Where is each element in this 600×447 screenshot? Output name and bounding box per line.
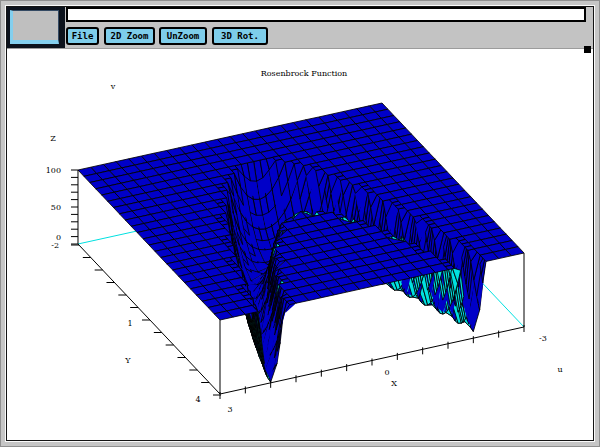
x-tick-neg3: -3 bbox=[539, 334, 547, 343]
plot-title: Rosenbrock Function bbox=[261, 69, 348, 78]
message-bar bbox=[66, 7, 586, 22]
menu-button-unzoom[interactable]: UnZoom bbox=[159, 27, 207, 45]
y-tick-neg2: -2 bbox=[51, 241, 59, 250]
surface-plot: Rosenbrock FunctionZ100500-214Y30-3Xvu bbox=[7, 7, 594, 441]
menu-button-file[interactable]: File bbox=[66, 27, 99, 45]
menu-button-2d-zoom[interactable]: 2D Zoom bbox=[104, 27, 155, 45]
y-tick-4: 4 bbox=[195, 395, 200, 404]
z-tick-50: 50 bbox=[51, 203, 61, 212]
window-content: Rosenbrock FunctionZ100500-214Y30-3Xvu F… bbox=[6, 6, 594, 441]
x-axis-label: X bbox=[391, 379, 397, 388]
z-axis-label: Z bbox=[50, 134, 56, 143]
graphics-window: Rosenbrock FunctionZ100500-214Y30-3Xvu F… bbox=[0, 0, 600, 447]
y-tick-1: 1 bbox=[127, 319, 132, 328]
y-axis-label: Y bbox=[124, 356, 131, 365]
x-tick-0: 0 bbox=[384, 368, 389, 377]
u-label: u bbox=[557, 365, 562, 374]
resize-grip[interactable] bbox=[584, 46, 591, 53]
x-tick-3: 3 bbox=[227, 405, 232, 414]
z-tick-100: 100 bbox=[46, 166, 61, 175]
v-label: v bbox=[110, 82, 116, 91]
menu-button-3d-rot-[interactable]: 3D Rot. bbox=[212, 27, 268, 45]
logo-panel bbox=[7, 7, 65, 48]
logo-box bbox=[10, 10, 59, 44]
toolbar: File2D ZoomUnZoom3D Rot. bbox=[7, 7, 593, 49]
